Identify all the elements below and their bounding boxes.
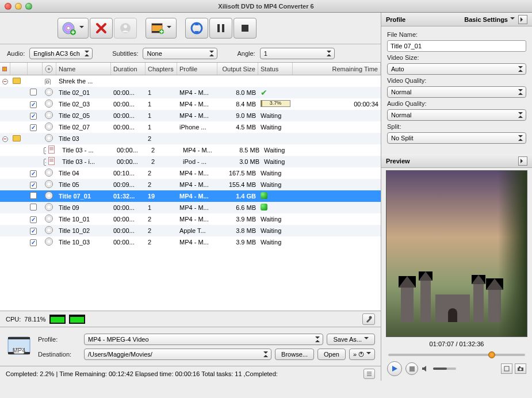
disc-icon bbox=[45, 169, 53, 177]
remove-button[interactable] bbox=[90, 18, 113, 39]
table-row[interactable]: Title 10_0100:00...2MP4 - M...3.9 MBWait… bbox=[0, 213, 381, 225]
angle-select[interactable]: 1 bbox=[260, 48, 335, 59]
table-row[interactable]: −Title 032 bbox=[0, 133, 381, 144]
clip-button[interactable] bbox=[146, 18, 177, 39]
select-all-icon[interactable] bbox=[2, 67, 7, 71]
add-disc-button[interactable] bbox=[58, 18, 89, 39]
subtitles-select[interactable]: None bbox=[143, 48, 217, 59]
folder-icon bbox=[45, 134, 53, 142]
row-checkbox[interactable] bbox=[30, 239, 37, 246]
doc-icon bbox=[48, 157, 55, 165]
row-checkbox[interactable] bbox=[30, 216, 37, 223]
stop-button[interactable] bbox=[234, 18, 257, 39]
table-row[interactable]: Title 10_0200:00...2Apple T...3.8 MBWait… bbox=[0, 225, 381, 236]
basic-settings-select[interactable]: Basic Settings bbox=[464, 16, 515, 23]
row-duration: 00:00... bbox=[114, 158, 149, 165]
disc-icon bbox=[45, 180, 53, 188]
status-bar: Completed: 2.2% | Time Remaining: 00:12:… bbox=[0, 366, 381, 381]
play-button[interactable] bbox=[387, 361, 402, 376]
profile-select[interactable]: MP4 - MPEG-4 Video bbox=[84, 334, 323, 345]
status-column[interactable]: Status bbox=[258, 63, 293, 75]
volume-icon[interactable] bbox=[422, 365, 430, 373]
row-checkbox[interactable] bbox=[30, 89, 37, 95]
cpu-meter-2 bbox=[69, 315, 85, 324]
row-name: Title 02_01 bbox=[56, 89, 111, 96]
column-headers[interactable]: Name Duration Chapters Profile Output Si… bbox=[0, 63, 381, 75]
table-row[interactable]: Title 03 - i...00:00...2iPod - ...3.0 MB… bbox=[0, 156, 381, 167]
row-checkbox[interactable] bbox=[30, 192, 37, 199]
profile-column[interactable]: Profile bbox=[177, 63, 217, 75]
save-as-button[interactable]: Save As... bbox=[327, 334, 375, 345]
row-checkbox[interactable] bbox=[30, 204, 37, 211]
svg-rect-11 bbox=[222, 24, 224, 32]
row-status: Waiting bbox=[262, 147, 296, 154]
user-disabled-button bbox=[114, 18, 137, 39]
chapters-column[interactable]: Chapters bbox=[146, 63, 177, 75]
videoquality-label: Video Quality: bbox=[387, 77, 526, 84]
name-column[interactable]: Name bbox=[56, 63, 111, 75]
split-select[interactable]: No Split bbox=[387, 132, 526, 144]
table-row[interactable]: Title 02_0700:00...1iPhone ...4.5 MBWait… bbox=[0, 121, 381, 133]
svg-rect-27 bbox=[519, 366, 520, 368]
volume-slider[interactable] bbox=[433, 368, 456, 370]
audioquality-label: Audio Quality: bbox=[387, 100, 526, 107]
convert-button[interactable] bbox=[185, 18, 208, 39]
pause-button[interactable] bbox=[209, 18, 232, 39]
expand-toggle[interactable]: − bbox=[2, 136, 8, 142]
file-list[interactable]: −DShrek the ...Title 02_0100:00...1MP4 -… bbox=[0, 75, 381, 311]
row-checkbox[interactable] bbox=[30, 113, 37, 120]
row-profile: MP4 - M... bbox=[177, 181, 217, 188]
row-checkbox[interactable] bbox=[30, 124, 37, 131]
row-chapters: 1 bbox=[146, 204, 177, 211]
remaining-column[interactable]: Remaining Time bbox=[293, 63, 381, 75]
table-row[interactable]: Title 02_0500:00...1MP4 - M...9.0 MBWait… bbox=[0, 110, 381, 121]
table-row[interactable]: Title 07_0101:32...19MP4 - M...1.4 GB bbox=[0, 190, 381, 202]
preview-panel: 01:07:07 / 01:32:36 bbox=[381, 168, 532, 381]
open-button[interactable]: Open bbox=[317, 349, 346, 360]
table-row[interactable]: Title 03 - ...00:00...2MP4 - M...8.5 MBW… bbox=[0, 144, 381, 156]
disc-icon bbox=[45, 192, 53, 200]
settings-button[interactable] bbox=[362, 313, 375, 325]
videosize-select[interactable]: Auto bbox=[387, 63, 526, 75]
row-chapters: 2 bbox=[146, 170, 177, 177]
row-checkbox[interactable] bbox=[30, 228, 37, 235]
post-action-button[interactable]: » bbox=[349, 349, 375, 360]
table-row[interactable]: Title 0900:00...1MP4 - M...6.6 MB bbox=[0, 202, 381, 213]
log-button[interactable] bbox=[363, 369, 375, 379]
table-row[interactable]: −DShrek the ... bbox=[0, 75, 381, 87]
preview-slider[interactable] bbox=[388, 351, 525, 359]
browse-button[interactable]: Browse... bbox=[275, 349, 314, 360]
videoquality-select[interactable]: Normal bbox=[387, 86, 526, 98]
row-output: 6.6 MB bbox=[217, 204, 258, 211]
destination-select[interactable]: /Users/Maggie/Movies/ bbox=[84, 349, 271, 360]
preview-video[interactable] bbox=[386, 170, 527, 337]
fullscreen-button[interactable] bbox=[501, 363, 512, 374]
table-row[interactable]: Title 02_0300:00...1MP4 - M...8.4 MB3.7%… bbox=[0, 98, 381, 110]
row-duration: 00:00... bbox=[111, 112, 146, 119]
folder-icon bbox=[13, 135, 21, 141]
type-column-icon bbox=[45, 65, 53, 73]
profile-expand-button[interactable] bbox=[518, 15, 527, 24]
table-row[interactable]: Title 0500:09...2MP4 - M...155.4 MBWaiti… bbox=[0, 179, 381, 190]
row-profile: MP4 - M... bbox=[177, 89, 217, 96]
filename-label: File Name: bbox=[387, 31, 526, 38]
snapshot-button[interactable] bbox=[515, 363, 526, 374]
row-profile: iPhone ... bbox=[177, 124, 217, 131]
row-checkbox[interactable] bbox=[30, 182, 37, 189]
filename-input[interactable]: Title 07_01 bbox=[387, 40, 526, 52]
audioquality-select[interactable]: Normal bbox=[387, 109, 526, 121]
preview-expand-button[interactable] bbox=[518, 156, 527, 166]
stop-preview-button[interactable] bbox=[405, 362, 418, 375]
svg-point-4 bbox=[124, 25, 127, 28]
table-row[interactable]: Title 02_0100:00...1MP4 - M...8.0 MB✔ bbox=[0, 87, 381, 98]
row-checkbox[interactable] bbox=[30, 170, 37, 177]
table-row[interactable]: Title 10_0300:00...2MP4 - M...3.9 MBWait… bbox=[0, 236, 381, 248]
duration-column[interactable]: Duration bbox=[111, 63, 146, 75]
output-column[interactable]: Output Size bbox=[217, 63, 258, 75]
audio-select[interactable]: English AC3 6ch bbox=[29, 48, 93, 59]
expand-toggle[interactable]: − bbox=[2, 79, 8, 85]
status-text: Completed: 2.2% | Time Remaining: 00:12:… bbox=[6, 370, 278, 377]
row-name: Title 05 bbox=[56, 181, 111, 188]
table-row[interactable]: Title 0400:10...2MP4 - M...167.5 MBWaiti… bbox=[0, 167, 381, 179]
row-checkbox[interactable] bbox=[30, 101, 37, 108]
